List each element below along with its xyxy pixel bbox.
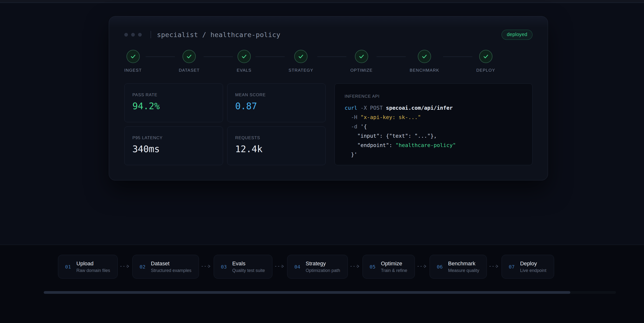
workflow-card-strategy[interactable]: 04StrategyOptimization path [287, 255, 348, 279]
workflow-arrow [350, 264, 360, 269]
check-circle [479, 50, 492, 63]
check-icon [298, 53, 304, 60]
workflow-arrow [274, 264, 285, 269]
code-line: curl -X POST specoai.com/api/infer [344, 103, 522, 113]
metric-label: PASS RATE [132, 92, 215, 97]
metric-label: MEAN SCORE [235, 92, 318, 97]
curl-code-block: curl -X POST specoai.com/api/infer -H "x… [344, 103, 522, 159]
window-traffic-dots [124, 33, 142, 36]
header-divider [150, 31, 151, 38]
workflow-step-subtitle: Structured examples [151, 268, 191, 273]
check-icon [483, 53, 489, 60]
workflow-step-number: 06 [437, 264, 442, 270]
workflow-arrow [120, 264, 130, 269]
check-circle [294, 50, 308, 63]
code-line: "input": {"text": "..."}, [344, 131, 522, 141]
inference-api-title: INFERENCE API [344, 94, 522, 99]
workflow-step-number: 07 [509, 264, 514, 270]
metric-card-p95-latency: P95 LATENCY340ms [124, 126, 223, 165]
pipeline-connector [317, 56, 346, 57]
workflow-step-title: Strategy [306, 260, 340, 267]
deployed-status-badge: deployed [502, 30, 532, 40]
pipeline-step-strategy[interactable]: STRATEGY [288, 50, 314, 73]
workflow-card-upload[interactable]: 01UploadRaw domain files [58, 255, 118, 279]
metric-label: P95 LATENCY [132, 135, 215, 140]
code-line: }' [344, 150, 522, 159]
pipeline-step-label: DATASET [179, 68, 200, 73]
workflow-step-title: Optimize [381, 260, 407, 267]
workflow-step-subtitle: Train & refine [381, 268, 407, 273]
pipeline-step-label: OPTIMIZE [350, 68, 372, 73]
metric-value: 94.2% [132, 101, 215, 111]
check-circle [238, 50, 251, 63]
workflow-card-optimize[interactable]: 05OptimizeTrain & refine [362, 255, 415, 279]
workflow-steps-row: 01UploadRaw domain files02DatasetStructu… [58, 255, 554, 279]
workflow-step-number: 05 [370, 264, 376, 270]
window-dot-icon [138, 33, 142, 36]
dashed-arrow-icon [350, 264, 360, 268]
deployment-window-card: specialist / healthcare-policy deployed … [109, 16, 548, 180]
check-icon [421, 53, 428, 60]
pipeline-connector [204, 56, 233, 57]
inference-api-panel: INFERENCE API curl -X POST specoai.com/a… [334, 83, 532, 165]
metric-card-requests: REQUESTS12.4k [227, 126, 326, 165]
check-icon [241, 53, 247, 60]
page: specialist / healthcare-policy deployed … [0, 0, 644, 323]
pipeline-stepper: INGESTDATASETEVALSSTRATEGYOPTIMIZEBENCHM… [124, 50, 495, 73]
workflow-arrow [201, 264, 212, 269]
code-line: "endpoint": "healthcare-policy" [344, 141, 522, 150]
metric-value: 0.87 [235, 101, 318, 111]
pipeline-step-label: INGEST [124, 68, 142, 73]
workflow-step-subtitle: Quality test suite [232, 268, 265, 273]
workflow-step-title: Dataset [151, 260, 191, 267]
metric-value: 340ms [132, 144, 215, 154]
dashed-arrow-icon [274, 264, 285, 268]
pipeline-connector [146, 56, 175, 57]
check-icon [186, 53, 192, 60]
metrics-and-api-grid: PASS RATE94.2%MEAN SCORE0.87P95 LATENCY3… [124, 83, 532, 165]
workflow-card-dataset[interactable]: 02DatasetStructured examples [132, 255, 199, 279]
check-circle [355, 50, 368, 63]
pipeline-step-label: DEPLOY [476, 68, 495, 73]
pipeline-connector [256, 56, 285, 57]
pipeline-step-benchmark[interactable]: BENCHMARK [410, 50, 439, 73]
workflow-arrow [489, 264, 500, 269]
workflow-card-benchmark[interactable]: 06BenchmarkMeasure quality [430, 255, 487, 279]
pipeline-step-ingest[interactable]: INGEST [124, 50, 142, 73]
check-icon [358, 53, 365, 60]
horizontal-scrollbar-thumb[interactable] [44, 291, 570, 294]
pipeline-connector [443, 56, 472, 57]
workflow-arrow [417, 264, 428, 269]
workflow-step-number: 04 [294, 264, 300, 270]
pipeline-connector [376, 56, 406, 57]
workflow-step-subtitle: Live endpoint [520, 268, 546, 273]
workflow-step-subtitle: Optimization path [306, 268, 340, 273]
pipeline-step-label: STRATEGY [288, 68, 314, 73]
window-dot-icon [131, 33, 135, 36]
workflow-step-subtitle: Measure quality [448, 268, 479, 273]
metric-card-pass-rate: PASS RATE94.2% [124, 83, 223, 122]
workflow-step-title: Deploy [520, 260, 546, 267]
dashed-arrow-icon [120, 264, 130, 268]
pipeline-step-label: BENCHMARK [410, 68, 439, 73]
metric-card-mean-score: MEAN SCORE0.87 [227, 83, 326, 122]
code-line: -H "x-api-key: sk-..." [344, 113, 522, 122]
browser-chrome-strip [0, 0, 644, 3]
workflow-step-title: Upload [76, 260, 110, 267]
workflow-card-evals[interactable]: 03EvalsQuality test suite [214, 255, 272, 279]
horizontal-scrollbar-track[interactable] [44, 291, 616, 294]
check-circle [126, 50, 140, 63]
pipeline-step-optimize[interactable]: OPTIMIZE [350, 50, 372, 73]
workflow-step-number: 03 [221, 264, 227, 270]
check-icon [130, 53, 136, 60]
pipeline-step-dataset[interactable]: DATASET [179, 50, 200, 73]
pipeline-step-label: EVALS [237, 68, 252, 73]
workflow-card-deploy[interactable]: 07DeployLive endpoint [502, 255, 554, 279]
dashed-arrow-icon [201, 264, 212, 268]
dashed-arrow-icon [417, 264, 428, 268]
pipeline-step-deploy[interactable]: DEPLOY [476, 50, 495, 73]
workflow-step-number: 02 [140, 264, 146, 270]
workflow-step-subtitle: Raw domain files [76, 268, 110, 273]
pipeline-step-evals[interactable]: EVALS [237, 50, 252, 73]
metric-label: REQUESTS [235, 135, 318, 140]
